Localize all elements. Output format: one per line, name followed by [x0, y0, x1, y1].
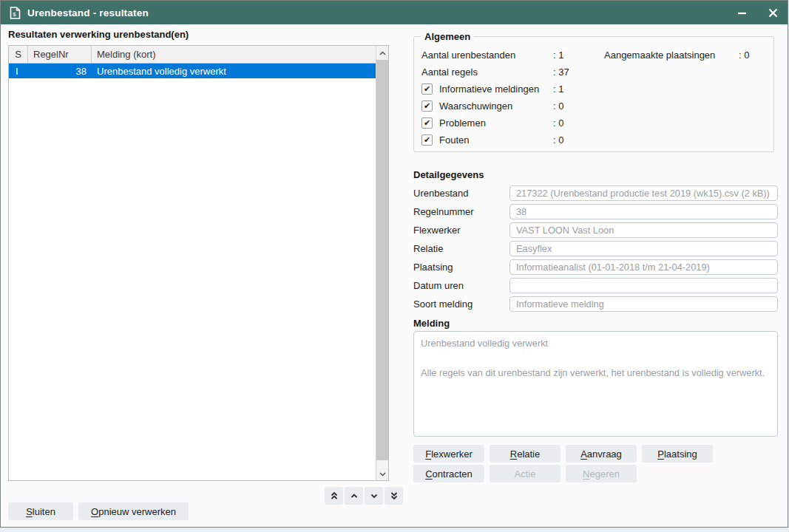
stat-value: : 0	[739, 50, 749, 61]
problemen-checkbox[interactable]: ✔	[421, 117, 433, 129]
stat-label: Aantal regels	[421, 66, 553, 78]
close-button[interactable]	[767, 7, 779, 18]
relatie-field[interactable]: Easyflex	[509, 241, 778, 256]
cell-regelnr: 38	[28, 66, 92, 77]
actie-button[interactable]: Actie	[490, 465, 561, 482]
stat-value: : 37	[553, 66, 569, 78]
check-label: Waarschuwingen	[439, 100, 553, 112]
table-row[interactable]: I 38 Urenbestand volledig verwerkt	[9, 64, 376, 78]
flexwerker-field[interactable]: VAST LOON Vast Loon	[509, 222, 778, 238]
footer-buttons: Sluiten Opnieuw verwerken	[8, 502, 189, 520]
aanvraag-button[interactable]: Aanvraag	[566, 445, 637, 463]
fouten-checkbox[interactable]: ✔	[421, 134, 433, 146]
sluiten-button[interactable]: Sluiten	[8, 502, 73, 520]
field-label: Regelnummer	[413, 206, 509, 217]
action-buttons-row2: Contracten Actie Negeren	[413, 465, 637, 482]
stat-value: : 1	[553, 50, 563, 61]
double-chevron-up-icon	[330, 491, 339, 500]
negeren-button[interactable]: Negeren	[566, 465, 637, 482]
regelnummer-field[interactable]: 38	[509, 204, 778, 219]
stat-label: Aantal urenbestanden	[421, 50, 553, 61]
field-label: Urenbestand	[413, 188, 509, 199]
flexwerker-button[interactable]: Flexwerker	[413, 445, 484, 463]
informatieve-meldingen-checkbox[interactable]: ✔	[421, 83, 433, 95]
table-header: S RegelNr Melding (kort)	[9, 46, 376, 64]
chevron-down-icon	[370, 491, 379, 500]
melding-title: Melding	[413, 318, 450, 329]
double-chevron-down-icon	[390, 491, 399, 500]
svg-text:$: $	[13, 11, 16, 18]
chevron-down-icon	[379, 472, 386, 477]
plaatsing-field[interactable]: Informatieanalist (01-01-2018 t/m 21-04-…	[509, 259, 778, 275]
results-heading: Resultaten verwerking urenbestand(en)	[8, 29, 189, 40]
check-value: : 1	[553, 83, 563, 95]
check-icon: ✔	[424, 136, 430, 144]
opnieuw-verwerken-button[interactable]: Opnieuw verwerken	[78, 502, 189, 520]
datum-uren-field[interactable]	[509, 278, 778, 293]
check-value: : 0	[553, 117, 563, 129]
title-bar[interactable]: $ Urenbestand - resultaten	[1, 1, 788, 24]
field-label: Flexwerker	[413, 225, 509, 236]
contracten-button[interactable]: Contracten	[413, 465, 484, 482]
plaatsing-button[interactable]: Plaatsing	[642, 445, 713, 463]
scrollbar-up-button[interactable]	[376, 46, 388, 60]
dialog-window: $ Urenbestand - resultaten Resultaten ve…	[0, 0, 788, 528]
action-buttons-row1: Flexwerker Relatie Aanvraag Plaatsing	[413, 445, 713, 463]
row-navigation	[325, 487, 403, 505]
waarschuwingen-checkbox[interactable]: ✔	[421, 100, 433, 112]
soort-melding-field[interactable]: Informatieve melding	[509, 296, 778, 312]
detailgegevens-title: Detailgegevens	[413, 169, 484, 180]
scrollbar-down-button[interactable]	[376, 468, 388, 480]
detail-fields: Urenbestand 217322 (Urenbestand producti…	[413, 185, 778, 315]
melding-textarea[interactable]: Urenbestand volledig verwerkt Alle regel…	[413, 331, 778, 437]
check-icon: ✔	[424, 85, 430, 93]
chevron-up-icon	[379, 51, 386, 55]
nav-last-button[interactable]	[385, 487, 403, 505]
minimize-icon	[737, 8, 747, 18]
column-header-regelnr[interactable]: RegelNr	[28, 46, 92, 63]
minimize-button[interactable]	[736, 7, 748, 18]
urenbestand-field[interactable]: 217322 (Urenbestand productie test 2019 …	[509, 185, 778, 201]
algemeen-groupbox: Aantal urenbestanden : 1 Aantal regels :…	[413, 36, 774, 152]
check-label: Fouten	[439, 134, 553, 146]
field-label: Soort melding	[413, 299, 509, 310]
window-title: Urenbestand - resultaten	[27, 7, 149, 18]
check-icon: ✔	[424, 119, 430, 127]
check-label: Informatieve meldingen	[439, 83, 553, 95]
check-label: Problemen	[439, 117, 553, 129]
nav-previous-button[interactable]	[345, 487, 363, 505]
check-icon: ✔	[424, 102, 430, 110]
check-value: : 0	[553, 134, 563, 146]
table-scrollbar[interactable]	[376, 46, 388, 480]
results-table: S RegelNr Melding (kort) I 38 Urenbestan…	[8, 45, 389, 481]
scrollbar-thumb[interactable]	[376, 60, 388, 460]
nav-first-button[interactable]	[325, 487, 343, 505]
relatie-button[interactable]: Relatie	[490, 445, 561, 463]
algemeen-title: Algemeen	[421, 31, 474, 42]
field-label: Plaatsing	[413, 262, 509, 273]
check-value: : 0	[553, 100, 563, 112]
field-label: Datum uren	[413, 280, 509, 291]
cell-melding: Urenbestand volledig verwerkt	[92, 66, 376, 77]
close-icon	[768, 8, 778, 18]
column-header-melding[interactable]: Melding (kort)	[92, 46, 376, 63]
chevron-up-icon	[350, 491, 359, 500]
cell-status: I	[9, 66, 28, 77]
nav-next-button[interactable]	[365, 487, 383, 505]
stat-label: Aangemaakte plaatsingen	[604, 50, 739, 61]
hours-file-icon: $	[10, 7, 21, 19]
column-header-s[interactable]: S	[9, 46, 28, 63]
field-label: Relatie	[413, 243, 509, 254]
